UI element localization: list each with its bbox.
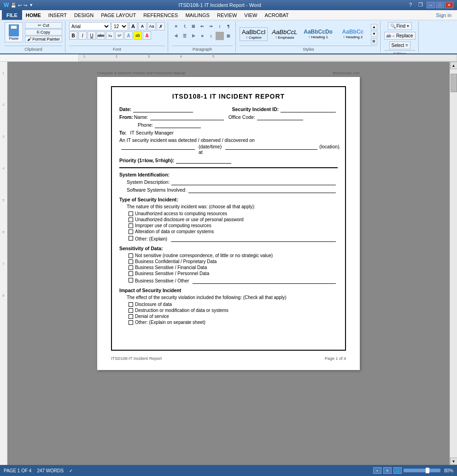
format-painter-button[interactable]: 🖌 Format Painter <box>25 36 62 42</box>
superscript-button[interactable]: X² <box>115 31 123 40</box>
styles-more[interactable]: ⊞ <box>371 38 377 44</box>
type-checkbox-1[interactable]: Unauthorized access to computing resourc… <box>119 211 338 216</box>
system-desc-field[interactable] <box>171 179 336 185</box>
name-field[interactable] <box>150 114 224 120</box>
impact-checkbox-1[interactable]: Disclosure of data <box>119 302 338 307</box>
style-heading1[interactable]: AaBbCcDo ↑ Heading 1 <box>301 27 335 41</box>
maximize-button[interactable]: □ <box>436 2 444 8</box>
text-effects-button[interactable]: A <box>124 31 133 40</box>
impact-checkbox-2[interactable]: Destruction or modification of data or s… <box>119 308 338 313</box>
scroll-down-arrow[interactable]: ▼ <box>450 458 457 465</box>
font-shrink-button[interactable]: A <box>138 22 146 30</box>
menu-view[interactable]: VIEW <box>240 10 261 20</box>
bold-button[interactable]: B <box>69 31 77 40</box>
style-normal[interactable]: AaBbCcI ↑ Caption <box>240 27 268 41</box>
sens-checkbox-5[interactable]: Business Sensitive / Other <box>119 277 338 284</box>
strikethrough-button[interactable]: abc <box>97 31 105 40</box>
align-center-button[interactable]: ☰ <box>181 32 189 40</box>
sort-button[interactable]: ↕ <box>216 22 224 30</box>
quick-access-redo[interactable]: ↪ <box>23 3 27 8</box>
highlight-button[interactable]: ab <box>134 31 142 40</box>
style-heading2[interactable]: AaBbCc ↑ Heading 2 <box>337 27 369 41</box>
align-left-button[interactable]: ⫷ <box>172 32 180 40</box>
impact-checkbox-4[interactable]: Other: (Explain on separate sheet) <box>119 320 338 325</box>
office-code-field[interactable] <box>257 114 303 120</box>
menu-acrobat[interactable]: ACROBAT <box>261 10 292 20</box>
priority-field[interactable] <box>176 158 231 164</box>
decrease-indent-button[interactable]: ⇐ <box>198 22 206 30</box>
restore-button[interactable]: ❐ <box>416 2 426 8</box>
numbered-list-button[interactable]: ⒈ <box>181 22 189 30</box>
quick-access-save[interactable]: 💾 <box>11 3 16 8</box>
scroll-up-arrow[interactable]: ▲ <box>450 62 457 69</box>
copy-button[interactable]: ⎘ Copy <box>25 29 62 35</box>
line-spacing-button[interactable]: ↕ <box>207 32 215 40</box>
location-field[interactable] <box>225 144 317 150</box>
read-mode-button[interactable]: ≡ <box>383 467 392 474</box>
software-field[interactable] <box>188 187 336 193</box>
sens-other-field[interactable] <box>193 278 336 284</box>
proofing-icon[interactable]: ✓ <box>69 468 73 473</box>
sens-checkbox-1[interactable]: Not sensitive (routine correspondence, o… <box>119 253 338 258</box>
type-checkbox-3[interactable]: Improper use of computing resources <box>119 223 338 228</box>
menu-home[interactable]: HOME <box>22 10 45 20</box>
subscript-button[interactable]: X₂ <box>106 31 114 40</box>
zoom-slider[interactable] <box>404 469 440 472</box>
menu-references[interactable]: REFERENCES <box>140 10 182 20</box>
menu-design[interactable]: DESIGN <box>70 10 97 20</box>
justify-button[interactable]: ≡ <box>198 32 206 40</box>
font-clear-button[interactable]: ✗ <box>157 22 165 30</box>
multilevel-list-button[interactable]: ⊞ <box>189 22 198 30</box>
sens-checkbox-2[interactable]: Business Confidential / Proprietary Data <box>119 259 338 264</box>
sens-checkbox-4[interactable]: Business Sensitive / Personnel Data <box>119 271 338 276</box>
font-case-button[interactable]: Aa <box>147 22 156 30</box>
zoom-thumb[interactable] <box>426 468 429 473</box>
shading-button[interactable] <box>216 32 224 40</box>
scroll-area[interactable]: Computer & Network Policies and Procedur… <box>7 62 450 465</box>
other-explain-field[interactable] <box>171 236 336 242</box>
date-field[interactable] <box>133 106 193 112</box>
menu-page-layout[interactable]: PAGE LAYOUT <box>97 10 140 20</box>
quick-access-more[interactable]: ▼ <box>29 3 33 7</box>
menu-insert[interactable]: INSERT <box>45 10 70 20</box>
security-id-field[interactable] <box>281 106 336 112</box>
bullet-list-button[interactable]: ≡ <box>172 22 180 30</box>
help-button[interactable]: ? <box>406 2 415 8</box>
show-marks-button[interactable]: ¶ <box>224 22 233 30</box>
document-page[interactable]: ITSD108-1 IT INCIDENT REPORT Date: Secur… <box>97 77 360 370</box>
type-checkbox-5[interactable]: Other: (Explain) <box>119 235 338 242</box>
type-checkbox-4[interactable]: Alteration of data or computer systems <box>119 229 338 234</box>
increase-indent-button[interactable]: ⇒ <box>207 22 215 30</box>
menu-review[interactable]: REVIEW <box>213 10 240 20</box>
scroll-track[interactable] <box>451 69 457 458</box>
align-right-button[interactable]: ⫸ <box>189 32 198 40</box>
quick-access-undo[interactable]: ↩ <box>18 3 22 8</box>
paste-button[interactable]: Paste <box>5 22 23 42</box>
underline-button[interactable]: U <box>88 31 96 40</box>
replace-button[interactable]: ab→ Replace <box>384 32 416 40</box>
font-size-select[interactable]: 12 <box>111 22 128 30</box>
menu-file[interactable]: FILE <box>2 10 22 20</box>
menu-mailings[interactable]: MAILINGS <box>182 10 213 20</box>
font-color-button[interactable]: A <box>143 31 151 40</box>
find-button[interactable]: 🔍 Find ▼ <box>388 22 412 30</box>
type-checkbox-2[interactable]: Unauthorized disclosure or use of person… <box>119 217 338 222</box>
styles-scroll-down[interactable]: ▼ <box>371 31 377 37</box>
print-layout-button[interactable]: ▪ <box>373 467 381 474</box>
cut-button[interactable]: ✂ Cut <box>25 22 62 29</box>
minimize-button[interactable]: ─ <box>427 2 435 8</box>
styles-scroll-up[interactable]: ▲ <box>371 24 377 30</box>
style-emphasis[interactable]: AaBbCcL ↑ Emphasis <box>270 27 299 41</box>
font-grow-button[interactable]: A <box>129 22 137 30</box>
italic-button[interactable]: I <box>78 31 87 40</box>
borders-button[interactable]: ⊞ <box>224 32 233 40</box>
impact-checkbox-3[interactable]: Denial of service <box>119 314 338 319</box>
web-layout-button[interactable]: 🌐 <box>393 467 402 474</box>
sens-checkbox-3[interactable]: Business Sensitive / Financial Data <box>119 265 338 270</box>
select-button[interactable]: Select = <box>389 41 410 49</box>
date-time-field[interactable] <box>121 144 195 150</box>
phone-field[interactable] <box>155 122 201 128</box>
scroll-thumb[interactable] <box>451 74 457 92</box>
signin-link[interactable]: Sign in <box>432 12 455 19</box>
close-button[interactable]: ✕ <box>445 2 453 8</box>
